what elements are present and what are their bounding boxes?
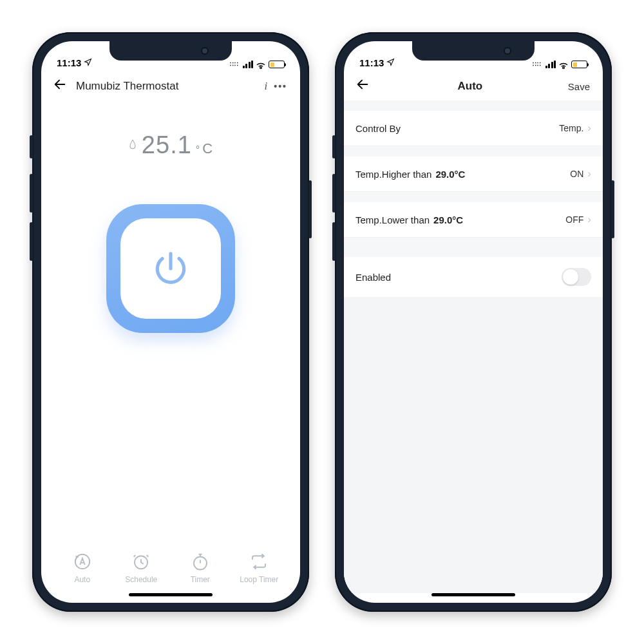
row-value: Temp. [559,123,583,133]
chevron-right-icon: › [587,167,591,180]
location-icon [84,57,92,68]
app-header: Mumubiz Thermostat i ••• [41,71,300,100]
temperature-unit: C [202,140,213,157]
power-button[interactable] [106,204,235,333]
app-header: Auto Save [344,71,603,100]
chevron-right-icon: › [587,213,591,226]
back-button[interactable] [355,77,372,95]
cellular-icon [243,61,254,68]
cellular-icon [545,61,556,68]
row-label: Temp.Higher than [355,169,431,180]
row-label: Temp.Lower than [355,214,430,225]
power-icon [151,249,191,289]
page-title: Mumubiz Thermostat [76,80,249,93]
nav-schedule[interactable]: Schedule [118,552,164,584]
row-action: ON [570,169,583,179]
enabled-toggle[interactable] [562,268,591,286]
status-time: 11:13 [57,57,81,68]
home-indicator[interactable] [129,593,213,596]
row-temp-higher[interactable]: Temp.Higher than 29.0°C ON › [344,156,603,192]
row-action: OFF [565,214,583,225]
loop-icon [249,552,269,571]
svg-point-0 [75,554,90,569]
nav-loop-timer[interactable]: Loop Timer [236,552,281,584]
stopwatch-icon [191,552,210,571]
auto-icon [73,552,92,571]
home-indicator[interactable] [431,593,515,596]
info-icon[interactable]: i [265,80,268,93]
row-threshold: 29.0°C [433,214,463,225]
nav-timer[interactable]: Timer [178,552,223,584]
temperature-degree: ° [196,144,200,156]
page-title: Auto [379,80,562,93]
location-icon [386,57,395,68]
dual-sim-icon: ∷∷ [230,62,239,68]
nav-label: Auto [74,575,90,584]
nav-label: Loop Timer [240,575,278,584]
row-temp-lower[interactable]: Temp.Lower than 29.0°C OFF › [344,202,603,238]
row-enabled: Enabled [344,257,603,297]
bottom-nav: Auto Schedule Timer Loop Timer [41,552,300,593]
alarm-clock-icon [131,552,151,571]
row-label: Control By [355,123,559,134]
wifi-icon [256,61,266,68]
back-button[interactable] [53,77,70,95]
row-label: Enabled [355,272,562,283]
humidity-icon [129,139,137,151]
battery-icon [571,61,587,68]
nav-label: Schedule [125,575,157,584]
more-icon[interactable]: ••• [274,81,287,91]
row-control-by[interactable]: Control By Temp. › [344,111,603,146]
status-time: 11:13 [359,57,384,68]
dual-sim-icon: ∷∷ [533,62,542,68]
save-button[interactable]: Save [568,81,590,92]
nav-label: Timer [191,575,210,584]
wifi-icon [558,61,569,68]
chevron-right-icon: › [587,122,591,135]
phone-right: 11:13 ∷∷ Auto Save [335,32,612,612]
temperature-value: 25.1 [142,131,192,159]
nav-auto[interactable]: Auto [60,552,105,584]
temperature-display: 25.1 ° C [129,131,213,159]
row-threshold: 29.0°C [435,169,465,180]
battery-icon [269,61,285,68]
phone-left: 11:13 ∷∷ Mumubiz Thermostat i ••• [32,32,309,612]
